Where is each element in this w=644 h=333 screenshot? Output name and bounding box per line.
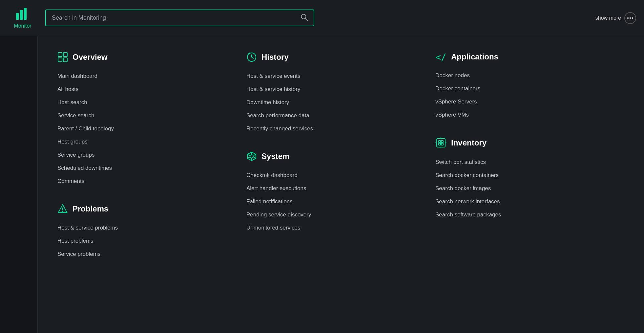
list-item: Docker containers (435, 82, 611, 95)
link-host-service-history[interactable]: Host & service history (246, 83, 422, 96)
list-item: Service search (57, 109, 233, 122)
list-item: Pending service discovery (246, 208, 422, 221)
svg-point-5 (627, 17, 629, 18)
svg-point-7 (632, 17, 633, 18)
problems-title: Problems (73, 204, 108, 213)
list-item: Host search (57, 96, 233, 109)
list-item: Scheduled downtimes (57, 162, 233, 175)
list-item: Alert handler executions (246, 182, 422, 195)
list-item: Docker nodes (435, 69, 611, 82)
svg-rect-27 (441, 143, 443, 145)
link-docker-nodes[interactable]: Docker nodes (435, 69, 611, 82)
history-title: History (261, 53, 289, 62)
history-header: History (246, 52, 422, 62)
column-2: History Host & service events Host & ser… (246, 52, 435, 317)
link-recently-changed-services[interactable]: Recently changed services (246, 122, 422, 135)
inventory-title: Inventory (451, 138, 487, 147)
list-item: Host & service problems (57, 221, 233, 234)
link-checkmk-dashboard[interactable]: Checkmk dashboard (246, 169, 422, 182)
svg-text:</>: </> (435, 52, 447, 62)
link-downtime-history[interactable]: Downtime history (246, 96, 422, 109)
link-unmonitored-services[interactable]: Unmonitored services (246, 221, 422, 234)
link-host-service-problems[interactable]: Host & service problems (57, 221, 233, 234)
svg-rect-24 (439, 141, 441, 143)
link-main-dashboard[interactable]: Main dashboard (57, 70, 233, 83)
link-scheduled-downtimes[interactable]: Scheduled downtimes (57, 162, 233, 175)
problems-links: Host & service problems Host problems Se… (57, 221, 233, 261)
link-search-performance-data[interactable]: Search performance data (246, 109, 422, 122)
svg-rect-23 (437, 139, 445, 147)
svg-rect-10 (58, 58, 62, 62)
list-item: Host problems (57, 234, 233, 248)
overview-header: Overview (57, 52, 233, 62)
list-item: Search software packages (435, 208, 611, 221)
list-item: Main dashboard (57, 70, 233, 83)
history-icon (246, 52, 257, 62)
list-item: All hosts (57, 83, 233, 96)
search-icon (301, 13, 308, 22)
topbar: Monitor show more (0, 0, 644, 36)
section-system: System Checkmk dashboard Alert handler e… (246, 151, 422, 234)
svg-point-13 (62, 211, 63, 211)
link-docker-containers[interactable]: Docker containers (435, 82, 611, 95)
link-failed-notifications[interactable]: Failed notifications (246, 195, 422, 208)
link-pending-service-discovery[interactable]: Pending service discovery (246, 208, 422, 221)
main-layout: Overview Main dashboard All hosts Host s… (0, 36, 644, 333)
overview-title: Overview (73, 53, 108, 62)
problems-icon (57, 204, 68, 214)
link-switch-port-statistics[interactable]: Switch port statistics (435, 156, 611, 169)
logo-icon (15, 7, 30, 22)
link-search-network-interfaces[interactable]: Search network interfaces (435, 195, 611, 208)
list-item: Service groups (57, 148, 233, 162)
link-host-service-events[interactable]: Host & service events (246, 70, 422, 83)
link-all-hosts[interactable]: All hosts (57, 83, 233, 96)
svg-rect-9 (63, 53, 67, 56)
link-vsphere-vms[interactable]: vSphere VMs (435, 108, 611, 122)
link-host-search[interactable]: Host search (57, 96, 233, 109)
more-options-button[interactable] (624, 12, 636, 24)
list-item: Host & service history (246, 83, 422, 96)
section-inventory: Inventory Switch port statistics Search … (435, 137, 611, 221)
svg-point-15 (250, 155, 253, 158)
problems-header: Problems (57, 204, 233, 214)
svg-rect-25 (441, 141, 443, 143)
inventory-links: Switch port statistics Search docker con… (435, 156, 611, 221)
link-service-search[interactable]: Service search (57, 109, 233, 122)
svg-rect-26 (439, 143, 441, 145)
list-item: Search docker containers (435, 169, 611, 182)
list-item: Unmonitored services (246, 221, 422, 234)
applications-links: Docker nodes Docker containers vSphere S… (435, 69, 611, 122)
svg-rect-0 (16, 13, 19, 20)
svg-rect-8 (58, 53, 62, 56)
section-applications: </> Applications Docker nodes Docker con… (435, 52, 611, 122)
link-search-docker-images[interactable]: Search docker images (435, 182, 611, 195)
svg-rect-1 (20, 10, 23, 20)
overview-links: Main dashboard All hosts Host search Ser… (57, 70, 233, 188)
overview-icon (57, 52, 68, 62)
list-item: Parent / Child topology (57, 122, 233, 135)
list-item: Host & service events (246, 70, 422, 83)
section-history: History Host & service events Host & ser… (246, 52, 422, 135)
show-more-button[interactable]: show more (595, 12, 636, 24)
list-item: Search network interfaces (435, 195, 611, 208)
sidebar (0, 36, 38, 333)
link-parent-child-topology[interactable]: Parent / Child topology (57, 122, 233, 135)
link-host-groups[interactable]: Host groups (57, 135, 233, 148)
link-host-problems[interactable]: Host problems (57, 234, 233, 248)
link-service-problems[interactable]: Service problems (57, 248, 233, 261)
logo-area: Monitor (8, 7, 37, 29)
system-header: System (246, 151, 422, 162)
link-search-software-packages[interactable]: Search software packages (435, 208, 611, 221)
list-item: vSphere Servers (435, 95, 611, 108)
svg-point-6 (630, 17, 631, 18)
link-comments[interactable]: Comments (57, 175, 233, 188)
link-service-groups[interactable]: Service groups (57, 148, 233, 162)
link-alert-handler-executions[interactable]: Alert handler executions (246, 182, 422, 195)
link-search-docker-containers[interactable]: Search docker containers (435, 169, 611, 182)
applications-title: Applications (451, 52, 498, 61)
applications-icon: </> (435, 52, 447, 62)
link-vsphere-servers[interactable]: vSphere Servers (435, 95, 611, 108)
search-bar[interactable] (45, 10, 314, 26)
list-item: Downtime history (246, 96, 422, 109)
search-input[interactable] (52, 14, 297, 21)
